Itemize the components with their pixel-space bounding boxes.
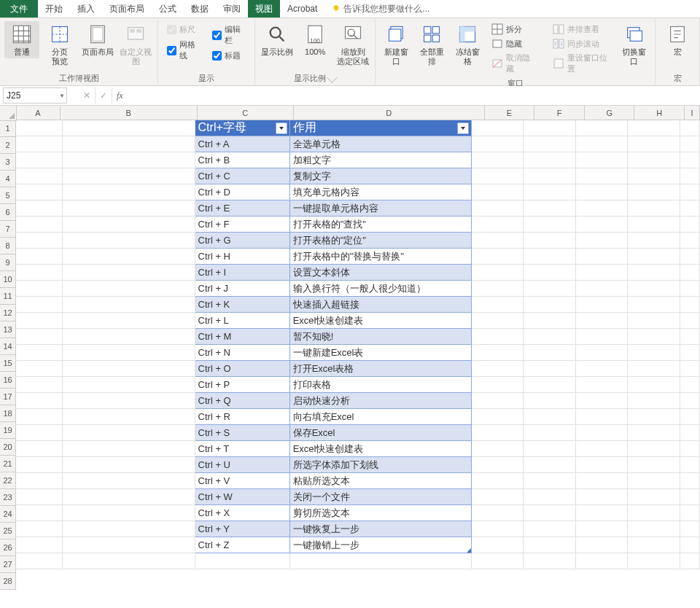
cell-I21[interactable] bbox=[680, 441, 700, 457]
cell-B28[interactable] bbox=[63, 553, 195, 569]
cell-H22[interactable] bbox=[628, 457, 680, 473]
cell-A23[interactable] bbox=[16, 473, 63, 489]
cell-C24[interactable]: Ctrl + W bbox=[195, 489, 290, 505]
cell-B18[interactable] bbox=[63, 393, 195, 409]
tab-Acrobat[interactable]: Acrobat bbox=[280, 0, 324, 17]
view-pagelayout-button[interactable]: 页面布局 bbox=[80, 21, 115, 58]
cell-G23[interactable] bbox=[576, 473, 628, 489]
cell-C28[interactable] bbox=[195, 553, 290, 569]
cell-H25[interactable] bbox=[628, 505, 680, 521]
row-header-5[interactable]: 5 bbox=[0, 187, 16, 204]
cell-C23[interactable]: Ctrl + V bbox=[195, 473, 290, 489]
cell-H15[interactable] bbox=[628, 345, 680, 361]
cell-I25[interactable] bbox=[680, 505, 700, 521]
cell-C2[interactable]: Ctrl + A bbox=[195, 136, 290, 152]
tab-审阅[interactable]: 审阅 bbox=[216, 0, 248, 17]
cell-H9[interactable] bbox=[628, 249, 680, 265]
chk-formulabar[interactable]: 编辑栏 bbox=[212, 24, 246, 46]
cell-G7[interactable] bbox=[576, 217, 628, 233]
cell-G11[interactable] bbox=[576, 281, 628, 297]
col-header-C[interactable]: C bbox=[198, 106, 294, 120]
cell-F23[interactable] bbox=[524, 473, 575, 489]
cell-B12[interactable] bbox=[63, 297, 195, 313]
cell-H12[interactable] bbox=[628, 297, 680, 313]
cell-H3[interactable] bbox=[628, 152, 680, 168]
cell-D9[interactable]: 打开表格中的"替换与替换" bbox=[290, 249, 472, 265]
cell-G3[interactable] bbox=[576, 152, 628, 168]
cell-B25[interactable] bbox=[63, 505, 195, 521]
cell-B3[interactable] bbox=[63, 152, 195, 168]
cell-F20[interactable] bbox=[524, 425, 575, 441]
cell-H2[interactable] bbox=[628, 136, 680, 152]
cell-E13[interactable] bbox=[472, 313, 524, 329]
row-header-23[interactable]: 23 bbox=[0, 489, 16, 506]
zoom-selection-button[interactable]: 缩放到 选定区域 bbox=[335, 21, 370, 68]
cell-D26[interactable]: 一键恢复上一步 bbox=[290, 521, 472, 537]
cell-I17[interactable] bbox=[680, 377, 700, 393]
cell-A12[interactable] bbox=[16, 297, 63, 313]
cell-B24[interactable] bbox=[63, 489, 195, 505]
cell-E5[interactable] bbox=[472, 184, 524, 200]
cell-C3[interactable]: Ctrl + B bbox=[195, 152, 290, 168]
cell-F24[interactable] bbox=[524, 489, 575, 505]
chk-ruler[interactable]: 标尺 bbox=[167, 24, 201, 35]
cell-B4[interactable] bbox=[63, 168, 195, 184]
cell-F8[interactable] bbox=[524, 233, 575, 249]
cell-G1[interactable] bbox=[576, 120, 628, 136]
cell-I2[interactable] bbox=[680, 136, 700, 152]
cell-E25[interactable] bbox=[472, 505, 524, 521]
cell-E20[interactable] bbox=[472, 425, 524, 441]
cell-G5[interactable] bbox=[576, 184, 628, 200]
cell-D28[interactable] bbox=[290, 553, 472, 569]
cell-I13[interactable] bbox=[680, 313, 700, 329]
cell-A4[interactable] bbox=[16, 168, 63, 184]
cell-E9[interactable] bbox=[472, 249, 524, 265]
cell-F10[interactable] bbox=[524, 265, 575, 281]
cell-E2[interactable] bbox=[472, 136, 524, 152]
cell-C8[interactable]: Ctrl + G bbox=[195, 233, 290, 249]
cell-G8[interactable] bbox=[576, 233, 628, 249]
worksheet-grid[interactable]: ABCDEFGHI 123456789101112131415161718192… bbox=[0, 106, 700, 608]
cell-C26[interactable]: Ctrl + Y bbox=[195, 521, 290, 537]
row-header-24[interactable]: 24 bbox=[0, 506, 16, 523]
row-header-14[interactable]: 14 bbox=[0, 338, 16, 355]
cell-A13[interactable] bbox=[16, 313, 63, 329]
cell-D22[interactable]: 所选字体添加下划线 bbox=[290, 457, 472, 473]
row-header-27[interactable]: 27 bbox=[0, 556, 16, 573]
cell-I12[interactable] bbox=[680, 297, 700, 313]
cell-F11[interactable] bbox=[524, 281, 575, 297]
cell-D3[interactable]: 加粗文字 bbox=[290, 152, 472, 168]
row-header-9[interactable]: 9 bbox=[0, 254, 16, 271]
cell-I23[interactable] bbox=[680, 473, 700, 489]
select-all-button[interactable] bbox=[0, 106, 17, 121]
cell-D4[interactable]: 复制文字 bbox=[290, 168, 472, 184]
cell-C16[interactable]: Ctrl + O bbox=[195, 361, 290, 377]
cell-I14[interactable] bbox=[680, 329, 700, 345]
cell-H11[interactable] bbox=[628, 281, 680, 297]
cell-H8[interactable] bbox=[628, 233, 680, 249]
row-header-4[interactable]: 4 bbox=[0, 171, 16, 187]
cell-C25[interactable]: Ctrl + X bbox=[195, 505, 290, 521]
cell-I10[interactable] bbox=[680, 265, 700, 281]
col-header-F[interactable]: F bbox=[534, 106, 585, 120]
cell-I27[interactable] bbox=[680, 537, 700, 553]
new-window-button[interactable]: 新建窗口 bbox=[380, 21, 413, 68]
view-pagebreak-button[interactable]: 分页 预览 bbox=[42, 21, 77, 68]
view-custom-button[interactable]: 自定义视图 bbox=[118, 21, 153, 68]
cell-B26[interactable] bbox=[63, 521, 195, 537]
cell-C15[interactable]: Ctrl + N bbox=[195, 345, 290, 361]
cell-I26[interactable] bbox=[680, 521, 700, 537]
cell-E8[interactable] bbox=[472, 233, 524, 249]
tell-me[interactable]: 告诉我您想要做什么... bbox=[324, 0, 437, 17]
name-box[interactable]: J25 ▼ bbox=[3, 87, 67, 104]
cell-G15[interactable] bbox=[576, 345, 628, 361]
cell-A27[interactable] bbox=[16, 537, 63, 553]
cell-E3[interactable] bbox=[472, 152, 524, 168]
cell-D6[interactable]: 一键提取单元格内容 bbox=[290, 200, 472, 217]
row-header-16[interactable]: 16 bbox=[0, 372, 16, 389]
row-header-1[interactable]: 1 bbox=[0, 120, 16, 137]
cell-C10[interactable]: Ctrl + I bbox=[195, 265, 290, 281]
cell-A3[interactable] bbox=[16, 152, 63, 168]
cell-A15[interactable] bbox=[16, 345, 63, 361]
cell-C19[interactable]: Ctrl + R bbox=[195, 409, 290, 425]
